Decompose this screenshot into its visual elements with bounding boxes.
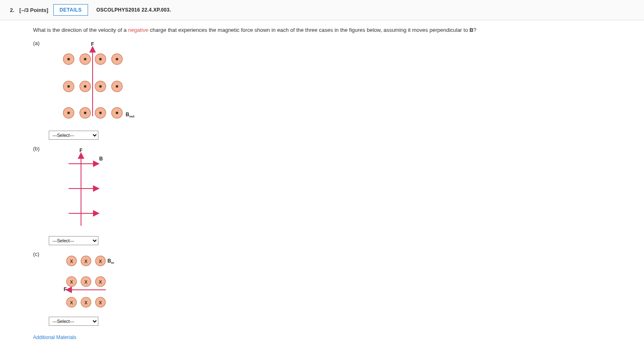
details-button[interactable]: DETAILS <box>53 4 88 16</box>
svg-text:X: X <box>99 300 102 305</box>
svg-text:X: X <box>70 280 73 284</box>
figure-a-svg: F <box>49 42 144 124</box>
svg-point-23 <box>116 112 118 114</box>
svg-point-3 <box>84 58 86 60</box>
part-b-label: (b) <box>33 146 49 152</box>
question-number: 2. <box>10 7 14 13</box>
svg-point-11 <box>84 85 86 88</box>
prompt-highlight: negative <box>128 27 148 33</box>
part-a-label: (a) <box>33 40 49 46</box>
question-header: 2. [–/3 Points] DETAILS OSCOLPHYS2016 22… <box>0 0 644 20</box>
svg-text:X: X <box>99 259 102 264</box>
footer-section: Additional Materials <box>33 334 611 340</box>
prompt-bold: B <box>470 27 473 33</box>
question-body: What is the direction of the velocity of… <box>0 20 644 344</box>
svg-point-1 <box>67 58 70 60</box>
svg-text:X: X <box>84 280 88 284</box>
svg-text:X: X <box>84 300 88 305</box>
f-label-b: F <box>79 148 82 153</box>
svg-point-5 <box>99 58 102 60</box>
svg-point-7 <box>116 58 118 60</box>
question-source: OSCOLPHYS2016 22.4.XP.003. <box>96 7 171 13</box>
svg-point-17 <box>67 112 70 114</box>
b-label-c: Bin <box>107 258 114 265</box>
b-label-a: Bout <box>126 112 134 118</box>
select-c[interactable]: ---Select--- <box>49 317 98 326</box>
part-b: (b) F B <box>33 146 611 245</box>
svg-text:X: X <box>84 259 88 264</box>
figure-c: X X X X X X X X X Bin F <box>49 253 131 312</box>
b-in-x: X X X X X X X X X <box>67 256 105 307</box>
prompt-middle: charge that experiences the magnetic for… <box>148 27 470 33</box>
svg-point-19 <box>84 112 86 114</box>
select-b[interactable]: ---Select--- <box>49 236 98 245</box>
svg-point-21 <box>99 112 102 114</box>
svg-point-15 <box>116 85 118 88</box>
part-c: (c) X X X X X X <box>33 251 611 326</box>
svg-point-9 <box>67 85 70 88</box>
prompt-suffix: ? <box>473 27 476 33</box>
figure-b: F B <box>49 147 123 231</box>
f-label-a: F <box>91 42 94 47</box>
b-label-b: B <box>99 156 103 162</box>
select-a[interactable]: ---Select--- <box>49 131 98 140</box>
part-a: (a) F <box>33 40 611 140</box>
part-c-label: (c) <box>33 251 49 257</box>
svg-point-13 <box>99 85 102 88</box>
additional-materials-link[interactable]: Additional Materials <box>33 334 76 340</box>
figure-a: F <box>49 42 144 126</box>
svg-text:X: X <box>99 280 102 284</box>
question-prompt: What is the direction of the velocity of… <box>33 26 611 34</box>
svg-text:X: X <box>70 300 73 305</box>
f-label-c: F <box>64 287 67 292</box>
points-label: [–/3 Points] <box>19 7 48 13</box>
figure-b-svg: F B <box>49 147 123 230</box>
prompt-prefix: What is the direction of the velocity of… <box>33 27 128 33</box>
figure-c-svg: X X X X X X X X X Bin F <box>49 253 131 311</box>
svg-text:X: X <box>70 259 73 264</box>
